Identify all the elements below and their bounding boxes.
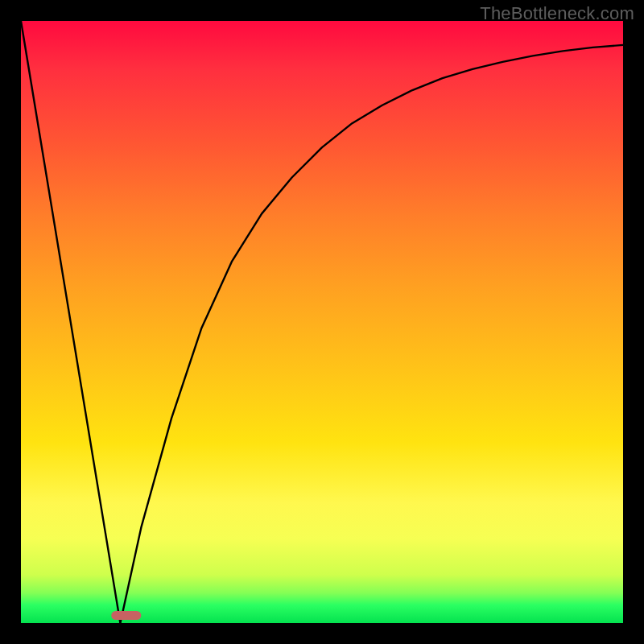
curve-right bbox=[120, 45, 623, 623]
bottleneck-marker bbox=[111, 611, 141, 620]
watermark-text: TheBottleneck.com bbox=[480, 3, 634, 24]
curve-left bbox=[21, 21, 120, 623]
bottleneck-curve bbox=[21, 21, 623, 623]
plot-area bbox=[21, 21, 623, 623]
chart-frame: TheBottleneck.com bbox=[0, 0, 644, 644]
